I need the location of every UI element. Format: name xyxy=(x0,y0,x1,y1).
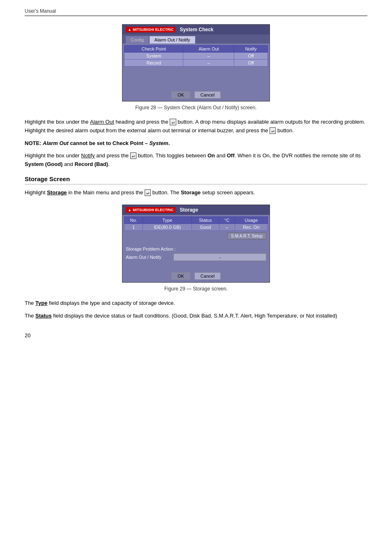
type-field: Type xyxy=(35,300,47,306)
col-type: Type xyxy=(143,216,192,223)
dvr-footer: OK Cancel xyxy=(122,89,270,101)
storage-cancel-button[interactable]: Cancel xyxy=(194,272,221,280)
storage-dvr-header: ▲ MITSUBISHI ELECTRIC Storage xyxy=(122,205,270,215)
cell-record-alarm: – xyxy=(183,60,234,67)
para4-text1: The xyxy=(25,313,35,319)
enter-key-1: ↵ xyxy=(170,119,176,125)
ok-button[interactable]: OK xyxy=(171,91,190,99)
col-status: Status xyxy=(192,216,219,223)
figure29-container: ▲ MITSUBISHI ELECTRIC Storage No. Type S… xyxy=(25,205,367,292)
note-italic2: System xyxy=(149,140,168,146)
tab-alarm-out-notify[interactable]: Alarm Out / Notify xyxy=(150,36,195,44)
off-text: Off xyxy=(227,152,235,159)
cell-system-alarm: – xyxy=(183,53,234,60)
dvr-tabs: Config Alarm Out / Notify xyxy=(122,35,270,44)
alarm-notify-label: Alarm Out / Notify xyxy=(126,255,171,260)
cell-temp: – xyxy=(219,223,235,230)
and2-text: and xyxy=(62,161,74,167)
storage-link: Storage xyxy=(47,189,67,196)
col-header-alarm-out: Alarm Out xyxy=(183,46,234,53)
storage-dvr-body: No. Type Status °C Usage 1 IDE(80.0 GB) … xyxy=(122,215,270,245)
enter-key-3: ↵ xyxy=(130,152,136,159)
col-header-checkpoint: Check Point xyxy=(125,46,183,53)
alarm-notify-row: Alarm Out / Notify – xyxy=(126,253,266,262)
paragraph1: Highlight the box under the Alarm Out he… xyxy=(25,118,367,135)
storage-para-text3: button. The xyxy=(151,189,181,196)
status-field: Status xyxy=(35,313,52,319)
para1-text1: Highlight the box under the xyxy=(25,119,90,125)
smart-btn-area: S.M.A.R.T. Setup xyxy=(124,231,268,243)
alarm-notify-input[interactable]: – xyxy=(173,253,266,261)
cell-system-label: System xyxy=(125,53,183,60)
system-check-table: Check Point Alarm Out Notify System – Of… xyxy=(124,45,268,67)
para2-text2: and press the xyxy=(95,152,130,159)
storage-table: No. Type Status °C Usage 1 IDE(80.0 GB) … xyxy=(124,216,268,231)
mitsubishi-logo: ▲ MITSUBISHI ELECTRIC xyxy=(126,27,175,32)
storage-para-text4: setup screen appears. xyxy=(201,189,255,196)
para1-text2: heading and press the xyxy=(114,119,170,125)
storage-logo-text: MITSUBISHI ELECTRIC xyxy=(133,208,174,212)
cancel-button[interactable]: Cancel xyxy=(194,91,221,99)
col-temp: °C xyxy=(219,216,235,223)
para2-text5: . xyxy=(108,161,110,167)
page-header: User's Manual xyxy=(25,8,367,16)
storage-problem-label: Storage Problem Action : xyxy=(126,246,266,251)
cell-record-label: Record xyxy=(125,60,183,67)
spacer xyxy=(126,262,266,268)
storage-para: Highlight Storage in the Main menu and p… xyxy=(25,189,367,197)
note-italic1: Alarm Out xyxy=(43,140,69,146)
para2-text4: . When it is On, the DVR notifies the re… xyxy=(235,152,361,159)
screen-title: System Check xyxy=(180,27,213,32)
paragraph3: The Type field displays the type and cap… xyxy=(25,299,367,308)
note-text2: cannot be set to Check Point – xyxy=(69,140,149,146)
page-number: 20 xyxy=(25,332,367,339)
enter-key-4: ↵ xyxy=(145,189,151,196)
note-text3: . xyxy=(168,140,170,146)
storage-mitsubishi-logo: ▲ MITSUBISHI ELECTRIC xyxy=(126,207,175,213)
storage-ok-button[interactable]: OK xyxy=(171,272,190,280)
storage-section-heading: Storage Screen xyxy=(25,175,367,184)
storage-screen-title: Storage xyxy=(180,207,198,213)
dvr-spacer xyxy=(122,68,270,89)
figure28-container: ▲ MITSUBISHI ELECTRIC System Check Confi… xyxy=(25,24,367,111)
para4-text2: field displays the device status or faul… xyxy=(52,313,337,319)
para2-text3: button. This toggles between xyxy=(136,152,208,159)
para3-text2: field displays the type and capacity of … xyxy=(47,300,175,306)
note-label: NOTE: xyxy=(25,140,41,146)
para1-text4: button. xyxy=(276,127,293,134)
cell-no: 1 xyxy=(125,223,143,230)
para3-text1: The xyxy=(25,300,35,306)
storage-problem-section: Storage Problem Action : Alarm Out / Not… xyxy=(122,245,270,270)
table-row: 1 IDE(80.0 GB) Good – Rec. On xyxy=(125,223,268,230)
dvr-body: Check Point Alarm Out Notify System – Of… xyxy=(122,44,270,68)
cell-record-notify: Off xyxy=(234,60,268,67)
col-header-notify: Notify xyxy=(234,46,268,53)
paragraph4: The Status field displays the device sta… xyxy=(25,312,367,320)
system-check-screen: ▲ MITSUBISHI ELECTRIC System Check Confi… xyxy=(122,24,270,101)
para2-text1: Highlight the box under xyxy=(25,152,81,159)
enter-key-2: ↵ xyxy=(270,127,276,134)
cell-type: IDE(80.0 GB) xyxy=(143,223,192,230)
on-text: On xyxy=(208,152,215,159)
tab-config[interactable]: Config xyxy=(126,36,149,44)
system-good: System (Good) xyxy=(25,161,62,167)
cell-system-notify: Off xyxy=(234,53,268,60)
paragraph2: Highlight the box under Notify and press… xyxy=(25,152,367,169)
header-label: User's Manual xyxy=(25,8,56,14)
col-usage: Usage xyxy=(235,216,267,223)
storage-name: Storage xyxy=(181,189,201,196)
figure28-caption: Figure 28 — System Check (Alarm Out / No… xyxy=(135,105,256,111)
and-text: and xyxy=(215,152,227,159)
storage-screen: ▲ MITSUBISHI ELECTRIC Storage No. Type S… xyxy=(122,205,270,283)
alarm-out-heading: Alarm Out xyxy=(90,119,114,125)
col-no: No. xyxy=(125,216,143,223)
note-paragraph: NOTE: Alarm Out cannot be set to Check P… xyxy=(25,139,367,148)
record-bad: Record (Bad) xyxy=(74,161,108,167)
table-row: System – Off xyxy=(125,53,268,60)
smart-setup-button[interactable]: S.M.A.R.T. Setup xyxy=(227,233,266,240)
table-row: Record – Off xyxy=(125,60,268,67)
logo-triangle: ▲ xyxy=(128,28,131,32)
storage-logo-triangle: ▲ xyxy=(128,208,131,212)
dvr-header: ▲ MITSUBISHI ELECTRIC System Check xyxy=(122,25,270,35)
cell-usage: Rec. On xyxy=(235,223,267,230)
